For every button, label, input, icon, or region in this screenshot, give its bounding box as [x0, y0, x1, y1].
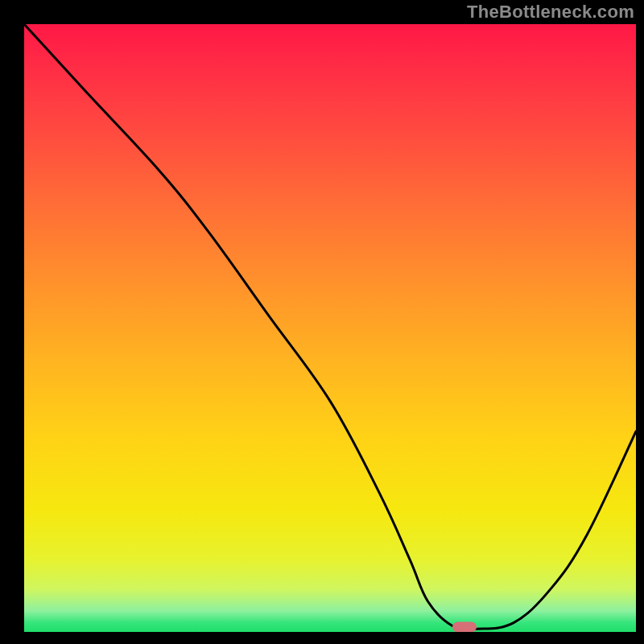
chart-frame: TheBottleneck.com — [0, 0, 644, 644]
optimal-marker — [452, 621, 477, 632]
bottleneck-curve — [24, 24, 636, 632]
watermark-label: TheBottleneck.com — [467, 2, 634, 23]
plot-area — [24, 24, 636, 632]
